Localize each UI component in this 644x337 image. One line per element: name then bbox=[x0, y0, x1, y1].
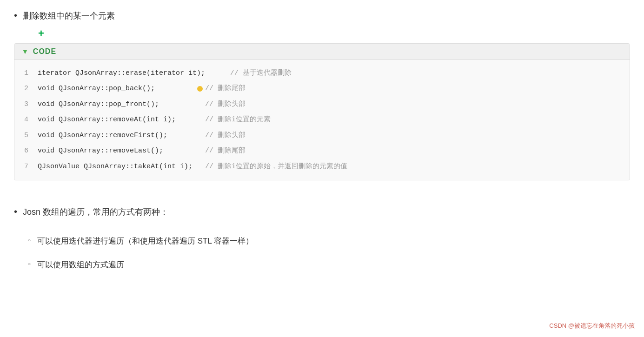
delete-element-text: 删除数组中的某一个元素 bbox=[23, 9, 115, 23]
sub-dot-1: ○ bbox=[28, 238, 31, 243]
line-number-6: 6 bbox=[14, 145, 38, 157]
sub-text-2: 可以使用数组的方式遍历 bbox=[37, 258, 124, 271]
line-number-3: 3 bbox=[14, 99, 38, 111]
main-bullet-delete: • 删除数组中的某一个元素 bbox=[14, 9, 630, 23]
line-code-4: void QJsonArray::removeAt(int i); // 删除i… bbox=[38, 114, 271, 126]
code-line-4: 4 void QJsonArray::removeAt(int i); // 删… bbox=[14, 112, 630, 128]
line-number-2: 2 bbox=[14, 83, 38, 95]
line-code-7: QJsonValue QJsonArray::takeAt(int i); //… bbox=[38, 161, 347, 173]
main-bullet-traverse: • Josn 数组的遍历，常用的方式有两种： bbox=[14, 205, 630, 219]
spacer-3 bbox=[14, 254, 630, 258]
line-code-1: iterator QJsonArray::erase(iterator it);… bbox=[38, 67, 292, 79]
code-line-6: 6 void QJsonArray::removeLast(); // 删除尾部 bbox=[14, 143, 630, 159]
line-code-6: void QJsonArray::removeLast(); // 删除尾部 bbox=[38, 145, 246, 157]
line-code-3: void QJsonArray::pop_front(); // 删除头部 bbox=[38, 99, 246, 111]
line-number-1: 1 bbox=[14, 67, 38, 79]
spacer-1 bbox=[14, 194, 630, 205]
code-body: 1 iterator QJsonArray::erase(iterator it… bbox=[14, 60, 630, 180]
code-label: CODE bbox=[33, 47, 56, 56]
line-code-2: void QJsonArray::pop_back(); // 删除尾部 bbox=[38, 83, 246, 95]
sub-bullet-1: ○ 可以使用迭代器进行遍历（和使用迭代器遍历 STL 容器一样） bbox=[28, 235, 630, 247]
line-number-5: 5 bbox=[14, 130, 38, 142]
spacer-2 bbox=[14, 224, 630, 235]
code-line-1: 1 iterator QJsonArray::erase(iterator it… bbox=[14, 66, 630, 81]
plus-icon[interactable]: + bbox=[38, 27, 630, 40]
csdn-watermark: CSDN @被遗忘在角落的死小孩 bbox=[549, 322, 635, 330]
code-line-7: 7 QJsonValue QJsonArray::takeAt(int i); … bbox=[14, 159, 630, 175]
line-number-4: 4 bbox=[14, 114, 38, 126]
sub-bullet-2: ○ 可以使用数组的方式遍历 bbox=[28, 258, 630, 271]
code-block-header: ▼ CODE bbox=[14, 44, 630, 60]
code-line-2: 2 void QJsonArray::pop_back(); // 删除尾部 bbox=[14, 81, 630, 97]
code-line-5: 5 void QJsonArray::removeFirst(); // 删除头… bbox=[14, 128, 630, 144]
highlight-dot bbox=[197, 86, 203, 92]
traverse-text: Josn 数组的遍历，常用的方式有两种： bbox=[23, 205, 168, 219]
collapse-arrow-icon[interactable]: ▼ bbox=[22, 48, 28, 55]
bullet-dot-2: • bbox=[14, 206, 17, 217]
line-code-5: void QJsonArray::removeFirst(); // 删除头部 bbox=[38, 130, 246, 142]
line-number-7: 7 bbox=[14, 161, 38, 173]
sub-text-1: 可以使用迭代器进行遍历（和使用迭代器遍历 STL 容器一样） bbox=[37, 235, 253, 247]
code-block: ▼ CODE 1 iterator QJsonArray::erase(iter… bbox=[14, 43, 630, 181]
bullet-dot-1: • bbox=[14, 10, 17, 21]
code-line-3: 3 void QJsonArray::pop_front(); // 删除头部 bbox=[14, 97, 630, 112]
sub-dot-2: ○ bbox=[28, 261, 31, 266]
